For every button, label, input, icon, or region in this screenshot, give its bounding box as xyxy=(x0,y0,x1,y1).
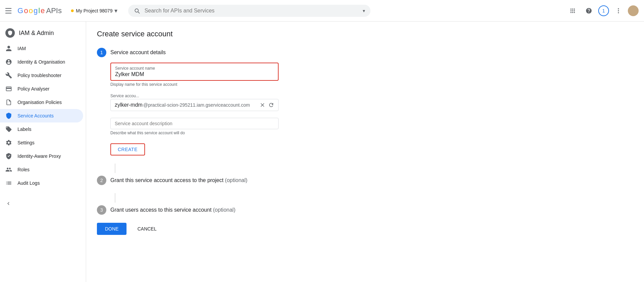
search-bar[interactable]: ▾ xyxy=(128,5,370,17)
svg-point-1 xyxy=(618,10,619,11)
step2-title: Grant this service account access to the… xyxy=(110,177,247,183)
step3-section: 3 Grant users access to this service acc… xyxy=(97,205,633,215)
apps-icon-button[interactable] xyxy=(566,4,579,17)
collapse-button[interactable] xyxy=(0,195,86,212)
service-account-description-box xyxy=(110,118,279,129)
step1-circle: 1 xyxy=(97,48,106,57)
service-account-id-row: zylker-mdm @practical-scion-295211.iam.g… xyxy=(110,99,279,111)
step2-circle: 2 xyxy=(97,176,106,185)
step3-title: Grant users access to this service accou… xyxy=(110,207,236,213)
user-account-button[interactable]: 1 xyxy=(598,5,609,16)
service-account-name-field: Service account name Display name for th… xyxy=(110,63,279,87)
help-icon-button[interactable] xyxy=(582,4,596,17)
shield-key-icon xyxy=(5,153,12,160)
step-divider-2 xyxy=(115,193,115,203)
step3-optional: (optional) xyxy=(213,207,236,213)
step-divider xyxy=(115,164,115,173)
topbar: Google APIs My Project 98079 ▾ ▾ xyxy=(0,0,644,22)
sidebar-item-policy-analyser[interactable]: Policy Analyser xyxy=(0,82,83,96)
more-options-icon-button[interactable] xyxy=(612,4,625,17)
sidebar-item-policy-troubleshooter[interactable]: Policy troubleshooter xyxy=(0,69,83,82)
step1-form: Service account name Display name for th… xyxy=(110,63,279,155)
layout: IAM & Admin IAM Identity & Organisation … xyxy=(0,22,644,282)
project-name: My Project 98079 xyxy=(76,8,112,13)
sidebar-item-organisation-policies[interactable]: Organisation Policies xyxy=(0,96,83,109)
sidebar-item-settings[interactable]: Settings xyxy=(0,136,83,149)
service-account-id-refresh-button[interactable] xyxy=(268,102,274,108)
sidebar-item-label-roles: Roles xyxy=(17,167,30,172)
doc-lines-icon xyxy=(5,99,12,106)
service-account-description-input[interactable] xyxy=(115,121,274,126)
step2-optional: (optional) xyxy=(225,177,248,183)
card-icon xyxy=(5,85,12,92)
bottom-actions: DONE CANCEL xyxy=(97,223,633,235)
service-account-id-clear-button[interactable] xyxy=(259,102,265,108)
sidebar-item-audit-logs[interactable]: Audit Logs xyxy=(0,176,83,190)
collapse-icon xyxy=(5,201,11,207)
service-account-id-domain: @practical-scion-295211.iam.gserviceacco… xyxy=(143,102,257,108)
list-icon xyxy=(5,180,12,186)
wrench-icon xyxy=(5,72,12,79)
sidebar-item-identity-organisation[interactable]: Identity & Organisation xyxy=(0,55,83,69)
hamburger-menu-button[interactable] xyxy=(5,7,13,15)
user-number: 1 xyxy=(602,8,605,13)
sidebar-item-label-labels: Labels xyxy=(17,127,31,132)
tag-icon xyxy=(5,126,12,133)
project-dropdown-icon: ▾ xyxy=(114,7,117,14)
sidebar-item-label-service-accounts: Service Accounts xyxy=(17,113,53,118)
service-account-name-input[interactable] xyxy=(115,71,274,77)
sidebar-item-iam[interactable]: IAM xyxy=(0,42,83,55)
service-account-name-hint: Display name for this service account xyxy=(110,82,279,87)
create-button[interactable]: CREATE xyxy=(110,143,145,155)
service-account-name-box: Service account name xyxy=(110,63,279,81)
sidebar-item-label-troubleshooter: Policy troubleshooter xyxy=(17,73,62,78)
search-icon xyxy=(134,7,140,14)
sidebar-item-label-analyser: Policy Analyser xyxy=(17,86,49,92)
sidebar-item-label-audit-logs: Audit Logs xyxy=(17,180,40,186)
svg-point-0 xyxy=(618,8,619,9)
google-logo: Google APIs xyxy=(17,6,62,15)
search-input[interactable] xyxy=(144,8,359,14)
sidebar-item-label-iam: IAM xyxy=(17,46,26,51)
sidebar-title: IAM & Admin xyxy=(19,30,54,37)
sidebar-item-label-iap: Identity-Aware Proxy xyxy=(17,153,61,159)
svg-point-2 xyxy=(618,12,619,13)
person-group-icon xyxy=(5,166,12,173)
avatar[interactable] xyxy=(628,5,639,16)
person-icon xyxy=(5,45,12,52)
sidebar-item-label-org-policies: Organisation Policies xyxy=(17,100,62,105)
sidebar-item-identity-aware-proxy[interactable]: Identity-Aware Proxy xyxy=(0,149,83,163)
page-title: Create service account xyxy=(97,30,633,38)
step1-title: Service account details xyxy=(110,49,166,56)
step2-section: 2 Grant this service account access to t… xyxy=(97,176,633,185)
cancel-button[interactable]: CANCEL xyxy=(132,223,162,235)
create-button-wrap: CREATE xyxy=(110,143,279,155)
topbar-left: Google APIs My Project 98079 ▾ xyxy=(5,6,120,16)
refresh-icon xyxy=(268,102,274,108)
sidebar-item-service-accounts[interactable]: Service Accounts xyxy=(0,109,83,122)
sidebar-item-label-settings: Settings xyxy=(17,140,35,145)
person-circle-icon xyxy=(5,59,12,65)
service-account-id-label: Service accou... xyxy=(110,94,279,98)
project-selector[interactable]: My Project 98079 ▾ xyxy=(68,6,120,16)
service-account-id-value: zylker-mdm xyxy=(115,102,143,108)
topbar-right: 1 xyxy=(566,4,639,17)
gear-icon xyxy=(5,139,12,146)
main-content: Create service account 1 Service account… xyxy=(86,22,644,282)
step3-circle: 3 xyxy=(97,205,106,215)
clear-icon xyxy=(259,102,265,108)
sidebar-item-label-identity: Identity & Organisation xyxy=(17,59,65,65)
iam-shield-icon xyxy=(5,28,15,38)
sidebar: IAM & Admin IAM Identity & Organisation … xyxy=(0,22,86,282)
search-dropdown-icon[interactable]: ▾ xyxy=(363,8,365,13)
service-account-name-label: Service account name xyxy=(115,66,274,71)
step3-header: 3 Grant users access to this service acc… xyxy=(97,205,633,215)
project-dot-icon xyxy=(71,9,74,12)
sidebar-header: IAM & Admin xyxy=(0,24,86,42)
service-account-description-field: Describe what this service account will … xyxy=(110,118,279,135)
service-account-description-hint: Describe what this service account will … xyxy=(110,131,279,135)
apis-label: APIs xyxy=(46,6,62,15)
sidebar-item-labels[interactable]: Labels xyxy=(0,122,83,136)
done-button[interactable]: DONE xyxy=(97,223,127,235)
sidebar-item-roles[interactable]: Roles xyxy=(0,163,83,176)
